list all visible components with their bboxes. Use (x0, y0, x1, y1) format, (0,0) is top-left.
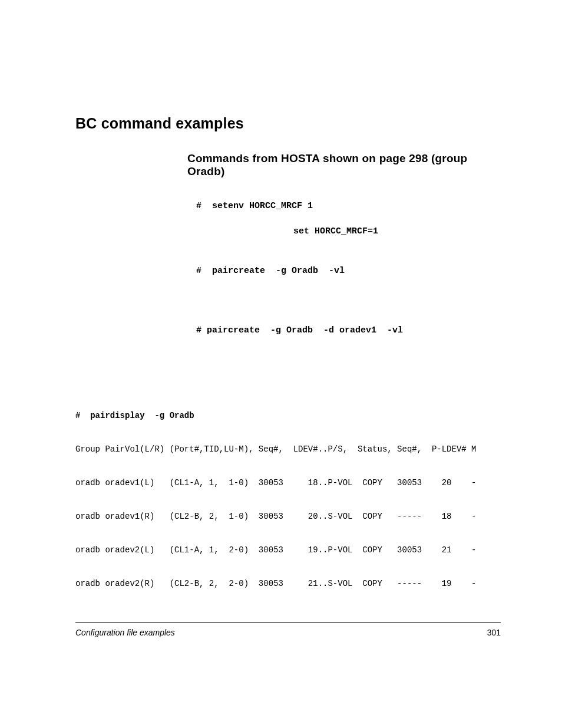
page: BC command examples Commands from HOSTA … (0, 0, 562, 728)
table-row: oradb oradev2(R) (CL2-B, 2, 2-0) 30053 2… (75, 578, 497, 589)
heading-1: BC command examples (75, 115, 497, 132)
cmd-paircreate-1: # paircreate -g Oradb -vl (196, 265, 497, 276)
footer-title: Configuration file examples (75, 628, 175, 637)
cmd-pairdisplay: # pairdisplay -g Oradb (75, 410, 497, 421)
heading-2: Commands from HOSTA shown on page 298 (g… (187, 152, 497, 178)
cmd-set: set HORCC_MRCF=1 (293, 226, 497, 237)
table-row: oradb oradev1(R) (CL2-B, 2, 1-0) 30053 2… (75, 511, 497, 522)
page-footer: Configuration file examples 301 (75, 622, 501, 637)
table-row: oradb oradev1(L) (CL1-A, 1, 1-0) 30053 1… (75, 477, 497, 489)
table-row: oradb oradev2(L) (CL1-A, 1, 2-0) 30053 1… (75, 545, 497, 556)
page-number: 301 (487, 628, 501, 637)
pairdisplay-block: # pairdisplay -g Oradb Group PairVol(L/R… (75, 388, 497, 612)
cmd-setenv: # setenv HORCC_MRCF 1 (196, 200, 497, 212)
cmd-paircreate-2: # paircreate -g Oradb -d oradev1 -vl (196, 325, 497, 336)
table-header: Group PairVol(L/R) (Port#,TID,LU-M), Seq… (75, 444, 497, 455)
